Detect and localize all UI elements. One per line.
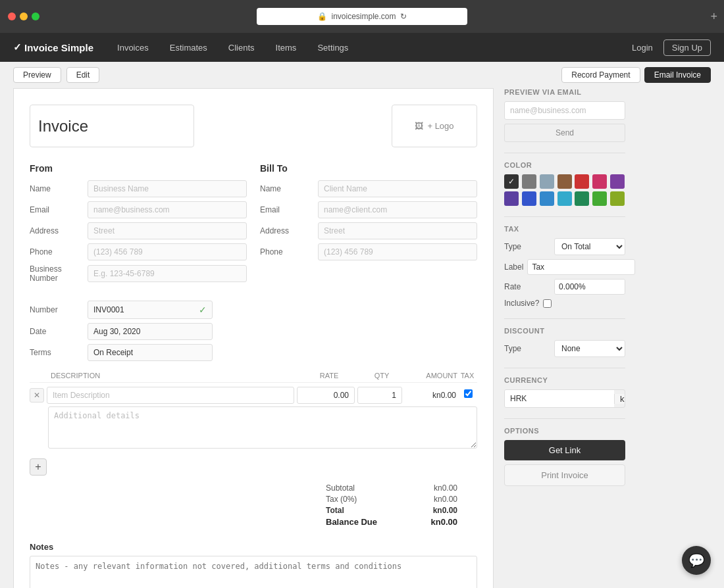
divider-2: [504, 216, 625, 217]
total-label: Total: [326, 506, 344, 515]
tax-section: TAX Type On Total Per Item Label Rate: [504, 225, 625, 308]
color-swatch-green[interactable]: [592, 191, 607, 206]
meta-section: Number ✓ Date Terms On Receipt: [30, 301, 477, 361]
currency-code-input[interactable]: [505, 390, 614, 407]
signup-button[interactable]: Sign Up: [663, 39, 711, 56]
color-swatch-steel[interactable]: [540, 174, 554, 189]
add-item-button[interactable]: +: [30, 458, 47, 476]
delete-item-button[interactable]: ✕: [30, 388, 44, 403]
color-swatch-cyan[interactable]: [557, 191, 572, 206]
color-swatch-pink[interactable]: [592, 174, 607, 189]
tax-label-input[interactable]: [527, 259, 635, 275]
brand-logo[interactable]: ✓ Invoice Simple: [13, 41, 93, 53]
preview-email-input[interactable]: [504, 101, 625, 120]
send-button[interactable]: Send: [504, 124, 625, 142]
billto-address-input[interactable]: [318, 222, 477, 239]
meta-number-input[interactable]: [93, 305, 199, 314]
new-tab-button[interactable]: +: [710, 10, 717, 24]
navbar: ✓ Invoice Simple Invoices Estimates Clie…: [0, 33, 724, 62]
tax-rate-row: Rate ▲ ▼: [504, 279, 625, 295]
color-section: COLOR ✓: [504, 161, 625, 206]
from-phone-input[interactable]: [88, 243, 247, 260]
sidebar: PREVIEW VIA EMAIL Send COLOR ✓: [494, 88, 625, 588]
from-name-label: Name: [30, 184, 82, 193]
get-link-button[interactable]: Get Link: [504, 440, 625, 460]
from-name-input[interactable]: [88, 180, 247, 197]
from-email-input[interactable]: [88, 201, 247, 218]
maximize-button[interactable]: [32, 12, 39, 20]
tax-type-select[interactable]: On Total Per Item: [554, 238, 625, 255]
color-swatch-blue[interactable]: [522, 191, 536, 206]
address-bar[interactable]: 🔒 invoicesimple.com ↻: [257, 8, 467, 25]
nav-settings[interactable]: Settings: [307, 33, 359, 62]
from-business-input[interactable]: [88, 265, 247, 282]
refresh-icon[interactable]: ↻: [400, 12, 407, 21]
billto-email-row: Email: [260, 201, 477, 218]
nav-invoices[interactable]: Invoices: [107, 33, 159, 62]
tax-title: TAX: [504, 225, 625, 233]
from-email-label: Email: [30, 205, 82, 214]
meta-number-row: Number ✓: [30, 301, 477, 319]
bill-to-section: Bill To Name Email Address Phone: [260, 163, 477, 287]
meta-terms-label: Terms: [30, 348, 82, 357]
nav-estimates[interactable]: Estimates: [159, 33, 218, 62]
chat-icon: 💬: [688, 552, 705, 568]
from-address-input[interactable]: [88, 222, 247, 239]
from-heading: From: [30, 163, 247, 174]
tax-label: Tax (0%): [326, 495, 357, 504]
meta-number-wrap: ✓: [88, 301, 213, 319]
from-business-label: BusinessNumber: [30, 264, 82, 283]
billto-name-input[interactable]: [318, 180, 477, 197]
color-swatch-darkgreen[interactable]: [575, 191, 589, 206]
from-address-row: Address: [30, 222, 247, 239]
meta-terms-select[interactable]: On Receipt Net 15 Net 30: [88, 344, 213, 361]
item-tax-checkbox[interactable]: [464, 389, 473, 398]
nav-links: Invoices Estimates Clients Items Setting…: [107, 33, 627, 62]
color-swatch-red[interactable]: [575, 174, 589, 189]
subtotal-label: Subtotal: [326, 483, 355, 493]
additional-details-input[interactable]: [48, 406, 477, 449]
total-row: Total kn0.00: [326, 506, 457, 515]
color-swatch-brown[interactable]: [557, 174, 572, 189]
item-qty-input[interactable]: [357, 387, 402, 404]
table-row: ✕ kn0.00: [30, 387, 477, 404]
minimize-button[interactable]: [20, 12, 28, 20]
color-swatch-gray[interactable]: [522, 174, 536, 189]
item-description-input[interactable]: [47, 387, 294, 404]
meta-date-input[interactable]: [93, 327, 199, 336]
meta-terms-row: Terms On Receipt Net 15 Net 30: [30, 344, 477, 361]
image-icon: 🖼: [415, 121, 423, 131]
nav-items[interactable]: Items: [265, 33, 307, 62]
color-swatch-lightblue[interactable]: [540, 191, 554, 206]
col-header-rate: RATE: [299, 372, 359, 380]
close-button[interactable]: [8, 12, 16, 20]
item-rate-input[interactable]: [297, 387, 355, 404]
divider-4: [504, 368, 625, 368]
notes-textarea[interactable]: [30, 556, 477, 588]
color-swatch-black[interactable]: ✓: [504, 174, 519, 189]
inclusive-row: Inclusive?: [504, 299, 625, 308]
preview-button[interactable]: Preview: [13, 67, 61, 83]
email-invoice-button[interactable]: Email Invoice: [644, 67, 711, 83]
invoice-title-input[interactable]: [30, 105, 194, 147]
nav-clients[interactable]: Clients: [218, 33, 265, 62]
item-tax-checkbox-wrap: [459, 387, 477, 398]
color-swatch-lime[interactable]: [610, 191, 625, 206]
color-swatch-darkpurple[interactable]: [504, 191, 519, 206]
record-payment-button[interactable]: Record Payment: [561, 67, 640, 83]
billto-email-input[interactable]: [318, 201, 477, 218]
tax-rate-input[interactable]: [555, 280, 625, 294]
discount-type-select[interactable]: None Percentage Fixed: [554, 340, 625, 357]
logo-area[interactable]: 🖼 + Logo: [392, 105, 477, 147]
billto-phone-input[interactable]: [318, 243, 477, 260]
browser-chrome: 🔒 invoicesimple.com ↻ +: [0, 0, 724, 33]
login-button[interactable]: Login: [627, 40, 658, 55]
color-swatch-purple[interactable]: [610, 174, 625, 189]
billto-address-row: Address: [260, 222, 477, 239]
chat-bubble[interactable]: 💬: [682, 546, 711, 575]
edit-button[interactable]: Edit: [66, 67, 100, 83]
col-header-description: DESCRIPTION: [48, 372, 299, 380]
print-invoice-button[interactable]: Print Invoice: [504, 464, 625, 486]
inclusive-checkbox[interactable]: [543, 299, 552, 308]
tax-label-label: Label: [504, 262, 523, 272]
